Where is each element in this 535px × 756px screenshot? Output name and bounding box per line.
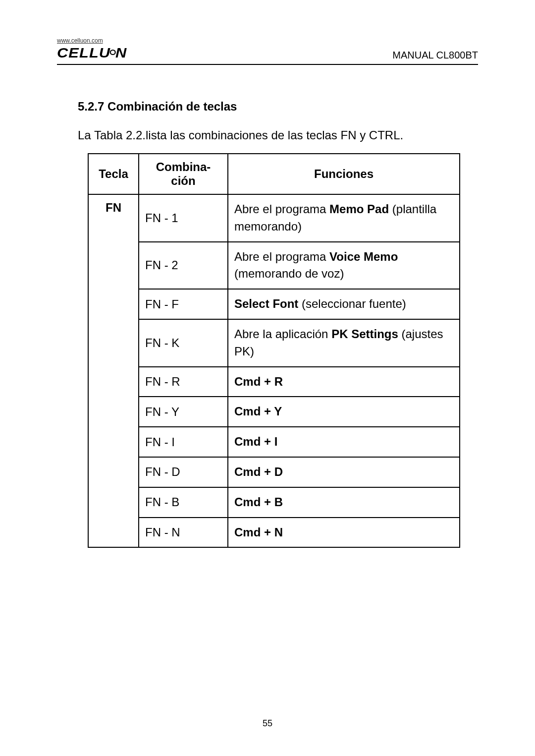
cell-func: Select Font (seleccionar fuente) [228, 289, 460, 319]
table-row: FN - R Cmd + R [88, 367, 460, 397]
cell-key-cont [88, 457, 139, 487]
cell-combo: FN - K [139, 319, 228, 367]
cell-key-cont [88, 397, 139, 427]
cell-func: Cmd + D [228, 457, 460, 487]
cell-combo: FN - R [139, 367, 228, 397]
table-row: FN - F Select Font (seleccionar fuente) [88, 289, 460, 319]
table-row: FN - 2 Abre el programa Voice Memo (memo… [88, 242, 460, 290]
cell-combo: FN - D [139, 457, 228, 487]
manual-label: MANUAL CL800BT [392, 50, 478, 61]
cell-combo: FN - 1 [139, 194, 228, 242]
table-row: FN - N Cmd + N [88, 518, 460, 548]
cell-key-cont [88, 289, 139, 319]
cell-combo: FN - Y [139, 397, 228, 427]
cell-key-cont [88, 242, 139, 290]
cell-combo: FN - F [139, 289, 228, 319]
brand-pre: CELLU [57, 45, 110, 60]
page-number: 55 [0, 718, 535, 729]
table-row: FN - Y Cmd + Y [88, 397, 460, 427]
table-row: FN - D Cmd + D [88, 457, 460, 487]
cell-func: Cmd + Y [228, 397, 460, 427]
brand-post: N [115, 45, 127, 60]
cell-func: Abre el programa Memo Pad (plantilla mem… [228, 194, 460, 242]
table-row: FN - B Cmd + B [88, 487, 460, 518]
th-combinacion: Combina- ción [139, 154, 228, 194]
logo-url: www.celluon.com [57, 37, 121, 44]
cell-func: Abre la aplicación PK Settings (ajustes … [228, 319, 460, 367]
cell-key-cont [88, 427, 139, 457]
cell-key-cont [88, 487, 139, 518]
section-title: 5.2.7 Combinación de teclas [78, 100, 478, 114]
cell-combo: FN - N [139, 518, 228, 548]
section-intro: La Tabla 2.2.lista las combinaciones de … [78, 126, 478, 144]
table-row: FN - I Cmd + I [88, 427, 460, 457]
table-row: FN - K Abre la aplicación PK Settings (a… [88, 319, 460, 367]
key-combination-table: Tecla Combina- ción Funciones FN FN - 1 … [88, 153, 460, 548]
cell-combo: FN - I [139, 427, 228, 457]
th-tecla: Tecla [88, 154, 139, 194]
cell-func: Cmd + N [228, 518, 460, 548]
cell-func: Cmd + I [228, 427, 460, 457]
cell-combo: FN - 2 [139, 242, 228, 290]
cell-key: FN [88, 194, 139, 242]
cell-key-last [88, 518, 139, 548]
page-header: www.celluon.com CELLUN MANUAL CL800BT [57, 37, 478, 65]
cell-func: Cmd + R [228, 367, 460, 397]
cell-func: Cmd + B [228, 487, 460, 518]
table-header-row: Tecla Combina- ción Funciones [88, 154, 460, 194]
table-row: FN FN - 1 Abre el programa Memo Pad (pla… [88, 194, 460, 242]
cell-func: Abre el programa Voice Memo (memorando d… [228, 242, 460, 290]
logo-block: www.celluon.com CELLUN [57, 37, 121, 61]
th-funciones: Funciones [228, 154, 460, 194]
cell-key-cont [88, 367, 139, 397]
cell-combo: FN - B [139, 487, 228, 518]
logo-brand: CELLUN [57, 45, 127, 61]
cell-key-cont [88, 319, 139, 367]
